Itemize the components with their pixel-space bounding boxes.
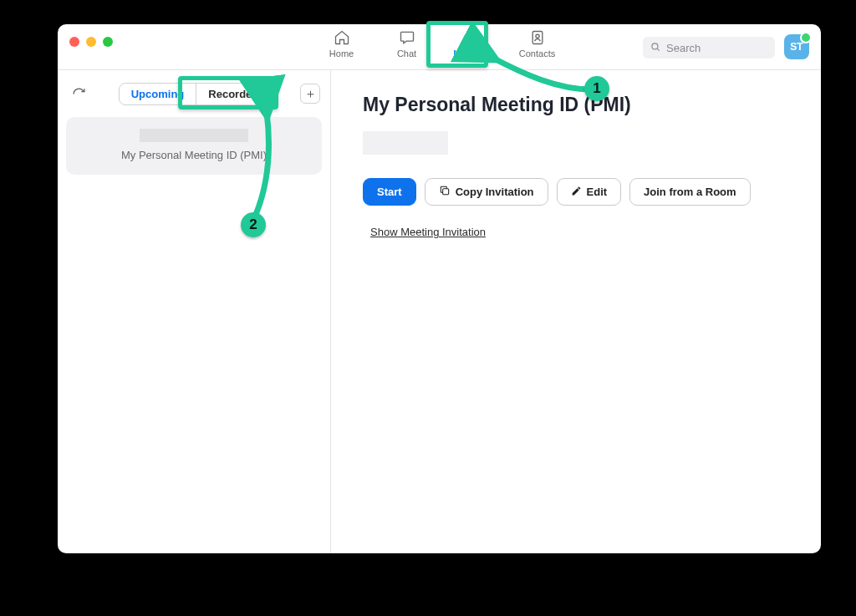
search-input[interactable]: Search	[643, 37, 775, 59]
copy-invitation-button[interactable]: Copy Invitation	[425, 178, 548, 206]
chat-icon	[398, 28, 416, 47]
add-meeting-button[interactable]: ＋	[300, 84, 320, 104]
avatar-initials: ST	[790, 41, 802, 53]
nav-tab-home[interactable]: Home	[320, 28, 364, 59]
main-nav: Home Chat Meetings Contacts	[320, 24, 559, 69]
segment-recorded[interactable]: Recorded	[196, 84, 270, 104]
svg-point-3	[652, 43, 658, 48]
join-from-room-button[interactable]: Join from a Room	[629, 178, 751, 206]
start-button[interactable]: Start	[363, 178, 416, 206]
edit-label: Edit	[587, 186, 608, 198]
segmented-control: Upcoming Recorded	[119, 83, 272, 105]
edit-button[interactable]: Edit	[557, 178, 622, 206]
search-icon	[650, 41, 661, 55]
pencil-icon	[571, 186, 582, 199]
meeting-card-label: My Personal Meeting ID (PMI)	[76, 149, 312, 161]
clock-icon	[463, 28, 482, 47]
avatar[interactable]: ST	[784, 34, 809, 59]
svg-rect-4	[442, 189, 448, 195]
sidebar: Upcoming Recorded ＋ My Personal Meeting …	[58, 70, 331, 553]
redacted-meeting-id	[140, 129, 248, 142]
segment-upcoming[interactable]: Upcoming	[120, 84, 196, 104]
nav-tab-chat[interactable]: Chat	[385, 28, 429, 59]
main-panel: My Personal Meeting ID (PMI) Start Copy …	[331, 70, 821, 553]
app-window: Home Chat Meetings Contacts	[58, 24, 821, 553]
page-title: My Personal Meeting ID (PMI)	[363, 94, 789, 116]
minimize-window-button[interactable]	[86, 37, 96, 47]
window-controls	[58, 24, 113, 47]
fullscreen-window-button[interactable]	[103, 37, 113, 47]
copy-invitation-label: Copy Invitation	[456, 186, 534, 198]
copy-icon	[439, 185, 451, 199]
nav-tab-label: Contacts	[519, 48, 555, 59]
svg-point-2	[535, 34, 538, 38]
body: Upcoming Recorded ＋ My Personal Meeting …	[58, 70, 821, 553]
close-window-button[interactable]	[69, 37, 79, 47]
titlebar: Home Chat Meetings Contacts	[58, 24, 821, 70]
show-invitation-link[interactable]: Show Meeting Invitation	[370, 226, 486, 238]
action-row: Start Copy Invitation Edit Join from a R…	[363, 178, 789, 206]
contacts-icon	[528, 28, 547, 47]
redacted-meeting-id-block	[363, 131, 448, 155]
meeting-card-pmi[interactable]: My Personal Meeting ID (PMI)	[66, 117, 322, 175]
plus-icon: ＋	[304, 86, 317, 102]
nav-tab-label: Home	[329, 48, 354, 59]
home-icon	[333, 28, 351, 47]
nav-tab-label: Meetings	[453, 48, 491, 59]
nav-tab-contacts[interactable]: Contacts	[516, 28, 559, 59]
nav-tab-label: Chat	[397, 48, 416, 59]
search-placeholder: Search	[666, 42, 701, 54]
sidebar-toolbar: Upcoming Recorded ＋	[58, 70, 330, 117]
nav-tab-meetings[interactable]: Meetings	[451, 28, 494, 59]
refresh-button[interactable]	[68, 83, 89, 104]
